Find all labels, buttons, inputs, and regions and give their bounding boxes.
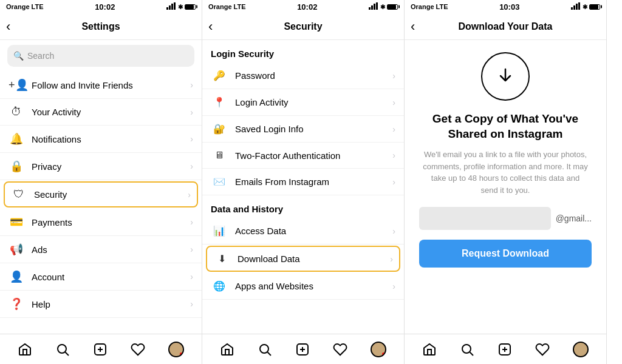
password-icon: 🔑 [211,70,228,81]
tab-heart-2[interactable] [333,342,347,357]
tab-profile-2[interactable] [371,342,386,357]
page-title-3: Download Your Data [459,21,553,32]
security-item-saved-login[interactable]: 🔐 Saved Login Info › [202,116,404,143]
chevron-saved-login: › [392,124,395,134]
security-item-emails[interactable]: ✉️ Emails From Instagram › [202,169,404,195]
settings-item-payments[interactable]: 💳 Payments › [0,209,202,236]
tab-search-2[interactable] [258,342,272,357]
settings-panel: Orange LTE 10:02 ✱ ‹ Settings 🔍 Search +… [0,0,202,364]
battery-icon-1 [185,4,196,10]
ads-label: Ads [32,244,190,255]
settings-item-security[interactable]: 🛡 Security › [4,181,198,207]
svg-line-24 [470,352,474,356]
security-item-apps[interactable]: 🌐 Apps and Websites › [202,273,404,300]
status-icons-3: ✱ [571,2,600,11]
tab-profile-1[interactable] [168,342,184,357]
status-bar-1: Orange LTE 10:02 ✱ [0,0,202,13]
nav-bar-2: ‹ Security [202,13,404,40]
download-panel: Orange LTE 10:03 ✱ ‹ Download Your Data … [405,0,607,364]
tab-heart-3[interactable] [535,342,550,357]
tab-home-1[interactable] [18,342,32,357]
svg-rect-9 [369,7,371,10]
bluetooth-icon-1: ✱ [178,4,183,10]
svg-rect-11 [374,4,375,10]
tab-plus-1[interactable] [93,342,108,357]
carrier-1: Orange LTE [6,3,44,10]
tab-home-2[interactable] [220,342,234,357]
bluetooth-icon-2: ✱ [380,4,385,10]
emails-label: Emails From Instagram [235,177,392,187]
emails-icon: ✉️ [211,176,228,187]
time-1: 10:02 [95,2,115,12]
status-bar-3: Orange LTE 10:03 ✱ [405,0,606,13]
download-content: Get a Copy of What You've Shared on Inst… [405,40,606,334]
activity-icon: ⏱ [9,106,24,118]
settings-item-notifications[interactable]: 🔔 Notifications › [0,126,202,153]
email-suffix: @gmail... [556,214,592,223]
svg-rect-3 [174,2,176,10]
apps-label: Apps and Websites [235,281,392,291]
tab-profile-3[interactable] [573,342,589,357]
svg-line-5 [66,352,69,356]
tab-plus-3[interactable] [497,342,512,357]
svg-point-23 [462,345,471,353]
security-item-download-data[interactable]: ⬇ Download Data › [206,246,400,272]
download-description: We'll email you a link to a file with yo… [419,149,592,196]
tab-plus-2[interactable] [295,342,310,357]
chevron-login-activity: › [392,98,395,107]
battery-icon-3 [589,4,600,10]
help-icon: ❓ [9,297,24,311]
signal-icon-2 [369,2,378,11]
tab-search-3[interactable] [460,342,474,357]
nav-bar-3: ‹ Download Your Data [405,13,606,40]
notifications-icon: 🔔 [9,132,24,146]
security-item-login-activity[interactable]: 📍 Login Activity › [202,89,404,116]
search-placeholder: Search [27,51,54,61]
tab-heart-1[interactable] [131,342,145,357]
back-button-1[interactable]: ‹ [6,19,10,35]
bluetooth-icon-3: ✱ [583,4,587,10]
svg-rect-18 [571,7,573,10]
settings-item-account[interactable]: 👤 Account › [0,263,202,291]
chevron-payments: › [190,217,193,227]
settings-item-follow[interactable]: +👤 Follow and Invite Friends › [0,72,202,99]
settings-item-help[interactable]: ❓ Help › [0,291,202,318]
back-button-3[interactable]: ‹ [411,19,415,35]
svg-rect-2 [171,4,173,10]
chevron-ads: › [190,244,193,254]
security-panel: Orange LTE 10:02 ✱ ‹ Security Login Secu… [202,0,405,364]
account-label: Account [32,272,190,282]
status-icons-2: ✱ [369,2,398,11]
section-header-data: Data and History [202,195,404,218]
settings-item-privacy[interactable]: 🔒 Privacy › [0,153,202,180]
settings-item-activity[interactable]: ⏱ Your Activity › [0,99,202,126]
help-label: Help [32,299,190,309]
follow-icon: +👤 [9,78,24,92]
tab-home-3[interactable] [422,342,437,357]
2fa-icon: 🖥 [211,150,228,161]
security-icon: 🛡 [11,188,27,201]
back-button-2[interactable]: ‹ [208,19,213,35]
time-2: 10:02 [297,2,317,12]
follow-label: Follow and Invite Friends [32,80,190,90]
security-item-2fa[interactable]: 🖥 Two-Factor Authentication › [202,143,404,169]
chevron-security: › [188,190,191,200]
privacy-icon: 🔒 [9,160,24,173]
chevron-download-data: › [390,254,393,264]
apps-icon: 🌐 [211,280,228,292]
security-item-password[interactable]: 🔑 Password › [202,62,404,89]
tab-search-1[interactable] [55,342,70,357]
saved-login-icon: 🔐 [211,123,228,135]
settings-item-ads[interactable]: 📢 Ads › [0,236,202,263]
download-circle-icon [481,52,530,101]
login-activity-icon: 📍 [211,96,228,108]
security-item-access-data[interactable]: 📊 Access Data › [202,218,404,244]
tab-bar-3 [405,334,606,364]
password-label: Password [235,70,392,81]
request-download-button[interactable]: Request Download [419,240,592,268]
email-row: @gmail... [419,207,592,230]
status-icons-1: ✱ [166,2,196,11]
svg-rect-12 [376,2,378,10]
search-bar[interactable]: 🔍 Search [7,45,194,67]
privacy-label: Privacy [32,161,190,172]
